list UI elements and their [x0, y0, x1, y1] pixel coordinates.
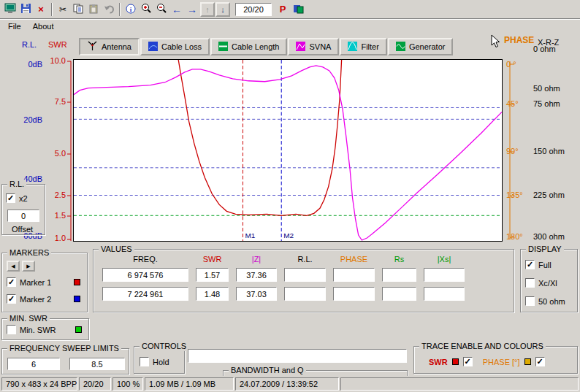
group-title: BANDWIDTH and Q — [229, 366, 306, 375]
trace-phase-color-swatch — [524, 358, 531, 365]
marker1-checkbox[interactable] — [7, 277, 16, 287]
status-memory: 1.09 MB / 1.09 MB — [145, 377, 234, 391]
save-icon — [20, 3, 31, 15]
phase-axis-title: PHASE — [504, 35, 534, 45]
status-zoom: 100 % — [112, 377, 143, 391]
phase-axis-line — [508, 60, 515, 241]
tab-antenna[interactable]: Antenna — [79, 38, 140, 55]
paste-button[interactable] — [86, 2, 101, 17]
forward-button[interactable]: → — [185, 2, 199, 17]
marker1-rl-value — [284, 268, 326, 282]
swr-tick-label: 1.5 — [45, 212, 66, 220]
tab-svna[interactable]: SVNA — [288, 38, 339, 55]
back-button[interactable]: ← — [169, 2, 184, 17]
display-full-checkbox[interactable] — [525, 260, 535, 269]
marker1-rs-value — [382, 268, 416, 282]
generator-icon — [396, 42, 405, 53]
marker-prev-button[interactable]: ◀ — [7, 261, 20, 272]
col-header-freq: FREQ. — [102, 255, 188, 264]
status-page: 20/20 — [79, 377, 111, 391]
group-title: VALUES — [99, 245, 134, 254]
svg-text:M2: M2 — [283, 231, 294, 239]
menubar: File About — [0, 20, 580, 33]
toolbar-separator — [51, 3, 53, 16]
zoom-out-button[interactable] — [154, 2, 169, 17]
trace-phase-checkbox[interactable] — [535, 357, 545, 366]
tab-label: Generator — [409, 42, 446, 51]
screen-button[interactable] — [3, 2, 18, 17]
trace-swr-checkbox[interactable] — [463, 357, 473, 366]
ohm-tick-label: 50 ohm — [533, 85, 560, 93]
cut-button[interactable]: ✂ — [56, 2, 70, 17]
marker2-z-value: 37.03 — [236, 287, 277, 301]
info-icon: i — [126, 4, 136, 15]
ohm-tick-label: 150 ohm — [533, 147, 565, 155]
marker2-rs-value — [382, 287, 416, 301]
group-title: DISPLAY — [526, 245, 564, 254]
save-button[interactable] — [18, 2, 33, 17]
marker2-xs-value — [424, 287, 465, 301]
menu-about[interactable]: About — [27, 20, 60, 32]
export-button[interactable] — [291, 2, 305, 17]
col-header-rs: Rs — [382, 255, 416, 264]
sweep-limits-group: FREQUENCY SWEEP LIMITS — [1, 348, 129, 374]
cable-loss-icon — [148, 42, 158, 53]
filter-icon — [348, 42, 357, 53]
toolbar: × ✂ i ← → ↑ ↓ P — [0, 0, 580, 19]
swr-tick-label: 5.0 — [45, 150, 66, 158]
tab-cable-length[interactable]: Cable Length — [210, 38, 287, 55]
marker1-phase-value — [333, 268, 375, 282]
ohm-tick-label: 75 ohm — [533, 100, 560, 108]
tab-cable-loss[interactable]: Cable Loss — [140, 38, 210, 55]
display-50ohm-label: 50 ohm — [538, 297, 565, 306]
tab-generator[interactable]: Generator — [388, 38, 454, 55]
up-button[interactable]: ↑ — [200, 2, 215, 17]
trace-group: TRACE ENABLE AND COLOURS SWR PHASE [°] — [413, 346, 578, 374]
min-swr-checkbox[interactable] — [7, 325, 16, 334]
down-button[interactable]: ↓ — [215, 2, 230, 17]
swr-tick-label: 1.0 — [45, 234, 66, 242]
sweep-chart[interactable]: M1M2 — [73, 59, 503, 242]
copy-icon — [73, 4, 83, 15]
col-header-swr: SWR — [196, 255, 229, 264]
mouse-cursor — [491, 34, 500, 48]
monitor-icon — [4, 3, 16, 15]
hold-checkbox[interactable] — [140, 357, 149, 366]
menu-file[interactable]: File — [2, 20, 27, 32]
offset-input[interactable] — [7, 210, 39, 222]
marker1-swr-value: 1.57 — [196, 268, 229, 282]
tab-filter[interactable]: Filter — [340, 38, 386, 55]
marker-next-button[interactable]: ▶ — [22, 261, 35, 272]
sweep-high-input[interactable] — [69, 358, 125, 370]
zoom-in-button[interactable] — [139, 2, 153, 17]
x2-checkbox[interactable] — [6, 193, 15, 203]
command-input[interactable] — [188, 349, 407, 363]
info-button[interactable]: i — [123, 2, 138, 17]
copy-button[interactable] — [71, 2, 85, 17]
trace-swr-label: SWR — [429, 358, 448, 366]
chart-plot-area[interactable]: M1M2 — [74, 60, 502, 241]
undo-arrow-icon — [104, 4, 114, 15]
swr-axis-title: SWR — [48, 41, 67, 49]
status-empty — [340, 377, 579, 391]
marker1-z-value: 37.36 — [236, 268, 277, 282]
display-xcxl-checkbox[interactable] — [525, 278, 535, 288]
p-button[interactable]: P — [275, 2, 290, 17]
page-input[interactable] — [235, 3, 272, 16]
display-50ohm-checkbox[interactable] — [525, 296, 535, 306]
min-swr-group: MIN. SWR Min. SWR — [1, 318, 89, 340]
close-button[interactable]: × — [34, 2, 48, 17]
cable-length-icon — [218, 42, 228, 53]
app-window: × ✂ i ← → ↑ ↓ P File About Antenna Cable… — [0, 0, 580, 392]
sweep-low-input[interactable] — [7, 358, 60, 370]
toolbar-separator — [119, 3, 121, 16]
markers-group: MARKERS ◀ ▶ Marker 1 Marker 2 — [1, 253, 88, 312]
col-header-phase: PHASE — [333, 255, 375, 264]
group-title: TRACE ENABLE AND COLOURS — [419, 342, 546, 351]
controls-group: CONTROLS Hold — [134, 346, 185, 374]
marker2-checkbox[interactable] — [7, 294, 16, 304]
svg-text:M1: M1 — [245, 231, 255, 239]
rl-tick-label: 0dB — [18, 61, 42, 69]
undo-button[interactable] — [102, 2, 116, 17]
status-bar: 790 x 483 x 24 BPP 20/20 100 % 1.09 MB /… — [0, 376, 580, 392]
